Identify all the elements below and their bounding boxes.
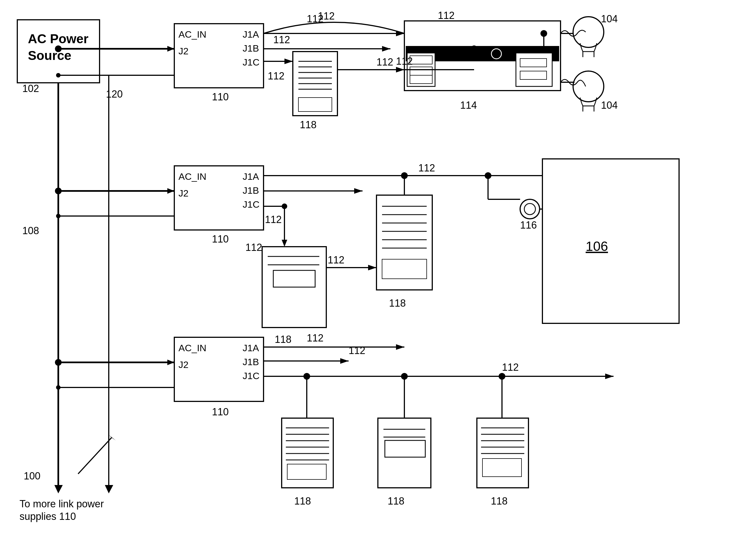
svg-rect-161 bbox=[378, 418, 431, 488]
svg-marker-90 bbox=[354, 188, 362, 194]
svg-text:112: 112 bbox=[328, 254, 344, 266]
svg-marker-177 bbox=[105, 485, 113, 493]
svg-marker-141 bbox=[340, 358, 348, 364]
svg-point-133 bbox=[55, 359, 62, 366]
svg-rect-38 bbox=[298, 98, 332, 111]
svg-point-61 bbox=[573, 17, 604, 47]
svg-marker-82 bbox=[167, 188, 174, 194]
svg-text:AC_IN: AC_IN bbox=[178, 343, 206, 353]
svg-text:116: 116 bbox=[520, 219, 537, 231]
svg-text:102: 102 bbox=[22, 83, 39, 94]
svg-marker-26 bbox=[382, 46, 391, 52]
svg-rect-122 bbox=[542, 159, 679, 323]
diagram: AC Power Source 102 100 AC_IN J2 J1A J1B… bbox=[0, 0, 734, 560]
svg-text:100: 100 bbox=[24, 470, 40, 482]
svg-text:112: 112 bbox=[273, 34, 290, 45]
svg-text:AC Power: AC Power bbox=[28, 31, 88, 46]
svg-text:supplies 110: supplies 110 bbox=[20, 511, 76, 522]
svg-marker-138 bbox=[396, 344, 405, 350]
svg-point-118 bbox=[524, 203, 536, 215]
svg-point-84 bbox=[56, 214, 60, 218]
svg-text:J1B: J1B bbox=[243, 357, 259, 367]
svg-text:J2: J2 bbox=[178, 46, 188, 56]
svg-text:J1A: J1A bbox=[243, 171, 259, 182]
svg-text:118: 118 bbox=[294, 495, 311, 507]
svg-text:110: 110 bbox=[212, 406, 229, 418]
svg-text:J1B: J1B bbox=[243, 185, 259, 196]
svg-text:110: 110 bbox=[212, 233, 229, 245]
svg-text:104: 104 bbox=[601, 13, 618, 25]
svg-text:J2: J2 bbox=[178, 188, 188, 198]
svg-text:112: 112 bbox=[396, 55, 413, 67]
svg-text:AC_IN: AC_IN bbox=[178, 171, 206, 182]
svg-text:To more link power: To more link power bbox=[20, 498, 104, 510]
svg-text:112: 112 bbox=[318, 10, 334, 22]
svg-marker-134 bbox=[167, 360, 174, 365]
svg-text:118: 118 bbox=[389, 297, 406, 309]
svg-text:J1C: J1C bbox=[243, 199, 259, 210]
svg-text:J1A: J1A bbox=[243, 29, 259, 40]
svg-text:112: 112 bbox=[438, 10, 455, 21]
svg-point-20 bbox=[56, 73, 60, 77]
svg-marker-18 bbox=[167, 46, 174, 52]
svg-text:J1A: J1A bbox=[243, 343, 259, 353]
svg-text:112: 112 bbox=[245, 242, 262, 253]
svg-point-136 bbox=[56, 385, 60, 390]
svg-text:J1C: J1C bbox=[243, 370, 259, 381]
svg-text:118: 118 bbox=[491, 495, 508, 507]
svg-marker-94 bbox=[282, 240, 287, 247]
svg-text:112: 112 bbox=[265, 214, 282, 225]
svg-text:AC_IN: AC_IN bbox=[178, 29, 206, 40]
svg-text:106: 106 bbox=[586, 239, 608, 254]
svg-text:112: 112 bbox=[268, 70, 284, 82]
svg-marker-175 bbox=[54, 485, 63, 493]
svg-point-67 bbox=[573, 71, 604, 102]
svg-text:Source: Source bbox=[28, 48, 71, 63]
svg-text:112: 112 bbox=[377, 56, 393, 68]
svg-text:104: 104 bbox=[601, 100, 618, 111]
svg-marker-181 bbox=[396, 31, 405, 36]
svg-marker-41 bbox=[396, 67, 405, 72]
svg-rect-166 bbox=[477, 418, 529, 488]
svg-text:J1C: J1C bbox=[243, 57, 259, 67]
svg-text:118: 118 bbox=[275, 334, 291, 345]
svg-text:112: 112 bbox=[348, 345, 365, 356]
svg-marker-103 bbox=[368, 265, 377, 270]
svg-text:J1B: J1B bbox=[243, 43, 259, 54]
svg-text:118: 118 bbox=[300, 119, 316, 130]
svg-point-117 bbox=[520, 199, 540, 219]
svg-rect-105 bbox=[377, 195, 432, 290]
svg-point-17 bbox=[55, 45, 62, 52]
svg-text:110: 110 bbox=[212, 91, 229, 103]
svg-point-81 bbox=[55, 188, 62, 194]
svg-text:108: 108 bbox=[22, 225, 39, 236]
svg-text:J2: J2 bbox=[178, 359, 188, 370]
svg-text:112: 112 bbox=[418, 162, 435, 174]
svg-text:112: 112 bbox=[307, 332, 323, 344]
svg-rect-50 bbox=[516, 53, 552, 86]
svg-line-6 bbox=[78, 438, 111, 474]
svg-marker-29 bbox=[284, 59, 293, 64]
svg-text:114: 114 bbox=[460, 100, 477, 111]
svg-text:112: 112 bbox=[502, 362, 519, 373]
svg-rect-152 bbox=[282, 418, 333, 488]
svg-marker-144 bbox=[605, 374, 614, 379]
svg-text:118: 118 bbox=[388, 495, 405, 507]
